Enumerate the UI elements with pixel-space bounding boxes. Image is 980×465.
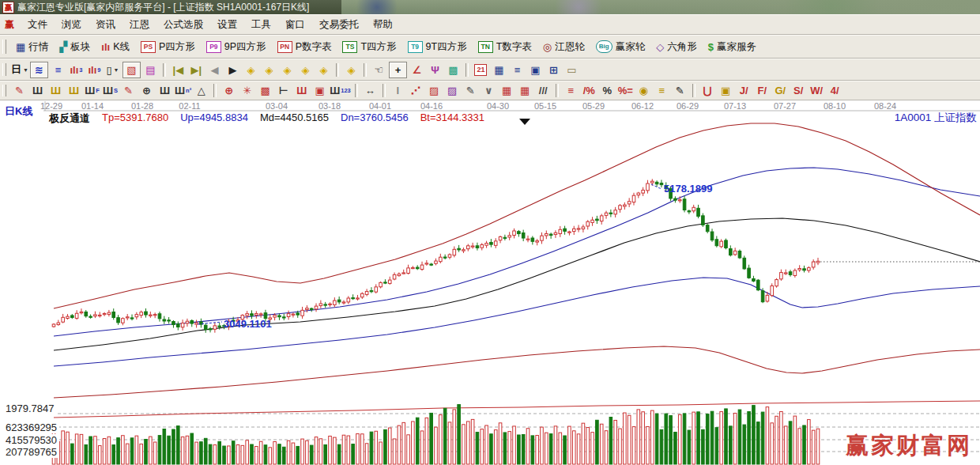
cup-tool-button[interactable]: ⋃ bbox=[699, 83, 716, 98]
system-button[interactable]: ▭ bbox=[564, 62, 580, 78]
ray-fan-button[interactable]: ⋰ bbox=[408, 83, 424, 98]
comb-tool-button[interactable]: Ш bbox=[29, 83, 46, 98]
ruler-comb-button[interactable]: Ш123 bbox=[330, 83, 351, 98]
sectors-button[interactable]: ▞板块 bbox=[54, 40, 96, 55]
title-bar[interactable]: 赢 赢家江恩专业版[赢家内部服务平台] - [上证指数 SH1A0001-167… bbox=[0, 0, 980, 14]
t-table-button[interactable]: TNT数字表 bbox=[473, 40, 537, 55]
f-comb-button[interactable]: ШF bbox=[84, 83, 100, 98]
slash-lines-button[interactable]: /// bbox=[535, 83, 552, 98]
width-tool-button-icon: ↔ bbox=[365, 85, 375, 96]
9p-square-button[interactable]: P99P四方形 bbox=[201, 40, 272, 55]
n2-comb-button[interactable]: Шn² bbox=[175, 83, 191, 98]
shift-right-button[interactable]: ◈ bbox=[261, 62, 277, 78]
sail-tool-button[interactable]: △ bbox=[193, 83, 209, 98]
t-square-button[interactable]: TST四方形 bbox=[337, 40, 401, 55]
first-page-button[interactable]: |◀ bbox=[170, 62, 187, 78]
red-brush-button[interactable]: ✎ bbox=[120, 83, 137, 98]
menu-gann[interactable]: 江恩 bbox=[122, 17, 156, 33]
ink-pen-button[interactable]: ✎ bbox=[672, 83, 688, 98]
p-square-button[interactable]: PSP四方形 bbox=[135, 40, 201, 55]
menu-file[interactable]: 文件 bbox=[21, 17, 55, 33]
gold-comb-2-button-icon: Ш bbox=[69, 85, 79, 96]
color-histogram-button[interactable]: ▤ bbox=[142, 62, 159, 78]
kline-chart-canvas[interactable] bbox=[0, 100, 980, 465]
divine-tick-button[interactable]: ⊢ bbox=[275, 83, 292, 98]
period-day-dropdown[interactable]: 日▼ bbox=[11, 62, 28, 78]
notes-button[interactable]: ≡ bbox=[509, 62, 526, 78]
percent-eq-button[interactable]: %= bbox=[617, 83, 634, 98]
menu-settings[interactable]: 设置 bbox=[210, 17, 244, 33]
save-button[interactable]: ▣ bbox=[527, 62, 544, 78]
prev-bar-button[interactable]: ◀ bbox=[206, 62, 223, 78]
gold-slash-button[interactable]: G/ bbox=[772, 83, 789, 98]
purple-fan-button[interactable]: ▨ bbox=[444, 83, 461, 98]
menu-window[interactable]: 窗口 bbox=[278, 17, 312, 33]
9t-square-button[interactable]: T99T四方形 bbox=[402, 40, 473, 55]
expand-button[interactable]: ◈ bbox=[315, 62, 332, 78]
percent-button[interactable]: % bbox=[599, 83, 616, 98]
gann-wheel-button[interactable]: ◎江恩轮 bbox=[537, 40, 590, 55]
transfer-button[interactable]: ⊞ bbox=[545, 62, 562, 78]
f-slash-button[interactable]: F/ bbox=[754, 83, 771, 98]
grid-red-2-button[interactable]: ▦ bbox=[517, 83, 533, 98]
pencil-line-button[interactable]: ✎ bbox=[462, 83, 479, 98]
win-slash-button[interactable]: W/ bbox=[808, 83, 825, 98]
chart-layout-button[interactable]: ≋ bbox=[30, 62, 48, 78]
crosshair-tool-button[interactable]: + bbox=[389, 62, 407, 78]
pattern-search-button[interactable]: ▧ bbox=[122, 62, 141, 78]
grid-3-button[interactable]: ılı3 bbox=[68, 62, 85, 78]
menu-help[interactable]: 帮助 bbox=[366, 17, 400, 33]
box-fan-button[interactable]: ▨ bbox=[426, 83, 443, 98]
gold-line-button[interactable]: ≡ bbox=[654, 83, 670, 98]
quotes-button[interactable]: ▦行情 bbox=[10, 40, 54, 55]
last-page-button[interactable]: ▶| bbox=[188, 62, 205, 78]
shift-left-button[interactable]: ◈ bbox=[243, 62, 259, 78]
frame-tool-button[interactable]: I bbox=[390, 83, 406, 98]
winner-service-button[interactable]: $赢家服务 bbox=[703, 40, 762, 55]
bar-ratio-button[interactable]: ≡ bbox=[563, 83, 579, 98]
red-grid-tool-button[interactable]: ▩ bbox=[257, 83, 273, 98]
grid-9-button[interactable]: ılı9 bbox=[86, 62, 103, 78]
grid-red-button[interactable]: ▦ bbox=[499, 83, 515, 98]
candle-type-dropdown[interactable]: ▯▼ bbox=[104, 62, 121, 78]
hexagon-button[interactable]: ◇六角形 bbox=[650, 40, 703, 55]
gold-comb-button[interactable]: Ш bbox=[47, 83, 64, 98]
shen-slash-button[interactable]: S/ bbox=[790, 83, 807, 98]
spiral-comb-button[interactable]: ШS bbox=[102, 83, 119, 98]
gann-wheel-button-icon: ◎ bbox=[543, 41, 552, 53]
hand-tool-button[interactable]: ☜ bbox=[371, 62, 387, 78]
j-slash-button[interactable]: J/ bbox=[736, 83, 752, 98]
menu-tools[interactable]: 工具 bbox=[244, 17, 278, 33]
plain-comb-button[interactable]: Ш bbox=[156, 83, 173, 98]
v-dash-button[interactable]: ∨ bbox=[481, 83, 497, 98]
menu-browse[interactable]: 浏览 bbox=[55, 17, 89, 33]
calculator-button[interactable]: ▦ bbox=[491, 62, 507, 78]
brush-tool-button[interactable]: ✎ bbox=[11, 83, 28, 98]
pan-button[interactable]: ◈ bbox=[343, 62, 360, 78]
circle-comb-button[interactable]: ⊕ bbox=[138, 83, 155, 98]
menu-formula-stock-pick[interactable]: 公式选股 bbox=[156, 17, 210, 33]
compress-button[interactable]: ◈ bbox=[297, 62, 314, 78]
maze-tool-button[interactable]: ▩ bbox=[445, 62, 462, 78]
p-table-button[interactable]: PNP数字表 bbox=[272, 40, 337, 55]
snowflake-tool-button[interactable]: ✳ bbox=[239, 83, 255, 98]
gold-comb-2-button[interactable]: Ш bbox=[66, 83, 82, 98]
win-box-button[interactable]: ▣ bbox=[311, 83, 328, 98]
angle-tool-button[interactable]: ∠ bbox=[409, 62, 425, 78]
winner-wheel-button[interactable]: Big赢家轮 bbox=[590, 40, 651, 55]
shen-comb-button[interactable]: Ш bbox=[293, 83, 310, 98]
target-tool-button[interactable]: ⊕ bbox=[220, 83, 237, 98]
next-bar-button[interactable]: ▶ bbox=[224, 62, 241, 78]
percent-slash-button[interactable]: /% bbox=[581, 83, 597, 98]
fork-tool-button[interactable]: Ψ bbox=[427, 62, 443, 78]
gold-circle-button[interactable]: ◉ bbox=[635, 83, 652, 98]
width-tool-button[interactable]: ↔ bbox=[362, 83, 379, 98]
info-panel-button[interactable]: ≡ bbox=[50, 62, 66, 78]
calendar-button[interactable]: 21 bbox=[473, 62, 489, 78]
menu-news[interactable]: 资讯 bbox=[89, 17, 122, 33]
gold-box-button[interactable]: ▣ bbox=[718, 83, 734, 98]
kline-button[interactable]: ılıK线 bbox=[96, 40, 135, 55]
four-slash-button[interactable]: 4/ bbox=[827, 83, 843, 98]
menu-trade-orders[interactable]: 交易委托 bbox=[312, 17, 366, 33]
zoom-x-button[interactable]: ◈ bbox=[279, 62, 296, 78]
